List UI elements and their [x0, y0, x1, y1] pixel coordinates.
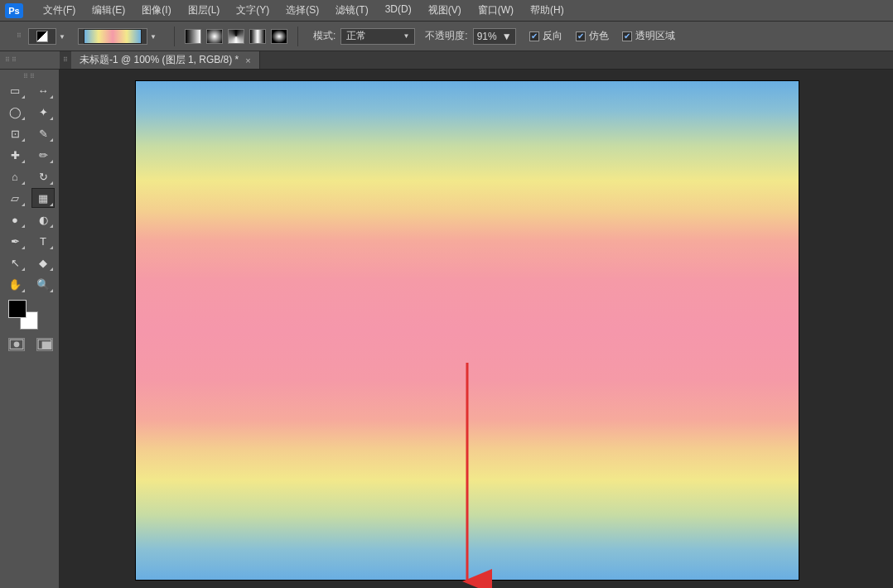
screenmode-button[interactable] [36, 338, 53, 351]
opacity-input[interactable]: 91% ▼ [473, 28, 516, 45]
checkmark-icon: ✔ [529, 31, 539, 41]
tool-wand[interactable]: ✦ [31, 102, 55, 122]
menu-item[interactable]: 选择(S) [278, 0, 327, 21]
dither-checkbox[interactable]: ✔ 仿色 [576, 29, 609, 43]
tool-brush[interactable]: ✏ [31, 145, 55, 165]
flyout-indicator-icon [22, 138, 25, 142]
tool-crop[interactable]: ⊡ [3, 123, 27, 143]
tool-shape[interactable]: ◆ [31, 253, 55, 272]
tool-lasso[interactable]: ◯ [3, 102, 27, 122]
grip-icon: ⠿ [15, 35, 23, 38]
flyout-indicator-icon [22, 224, 25, 228]
menu-item[interactable]: 文字(Y) [228, 0, 278, 21]
gradient-linear-button[interactable] [185, 29, 201, 44]
tool-type[interactable]: T [31, 231, 55, 251]
flyout-indicator-icon [50, 246, 53, 249]
blend-mode-select[interactable]: 正常 ▼ [340, 28, 415, 45]
flyout-indicator-icon [22, 117, 25, 120]
brush-icon: ✏ [39, 149, 48, 161]
wand-icon: ✦ [39, 106, 48, 118]
separator [174, 27, 175, 46]
heal-icon: ✚ [11, 149, 20, 161]
menu-item[interactable]: 编辑(E) [84, 0, 133, 21]
flyout-indicator-icon [22, 289, 25, 292]
flyout-indicator-icon [50, 181, 53, 185]
flyout-indicator-icon [22, 160, 25, 163]
tool-heal[interactable]: ✚ [3, 145, 27, 165]
svg-rect-3 [42, 342, 51, 349]
crop-icon: ⊡ [11, 128, 20, 140]
path-select-icon: ↖ [11, 257, 20, 269]
tool-dodge[interactable]: ◐ [31, 210, 55, 229]
tool-path-select[interactable]: ↖ [3, 253, 27, 272]
checkmark-icon: ✔ [576, 31, 586, 41]
reverse-checkbox[interactable]: ✔ 反向 [529, 29, 562, 43]
chevron-down-icon: ▼ [502, 31, 512, 42]
hand-icon: ✋ [8, 278, 22, 291]
menu-item[interactable]: 图像(I) [133, 0, 179, 21]
menu-items: 文件(F)编辑(E)图像(I)图层(L)文字(Y)选择(S)滤镜(T)3D(D)… [35, 0, 572, 21]
gradient-diamond-button[interactable] [271, 29, 287, 44]
blur-icon: ● [12, 214, 18, 226]
type-icon: T [40, 235, 46, 248]
menu-item[interactable]: 滤镜(T) [327, 0, 376, 21]
toolbox: ⠿⠿ ▭↔◯✦⊡✎✚✏⌂↻▱▦●◐✒T↖◆✋🔍 [0, 70, 60, 588]
gradient-picker[interactable]: ▼ [78, 28, 147, 45]
document-canvas[interactable] [136, 81, 799, 580]
gradient-preview-icon [84, 29, 142, 44]
tool-history-brush[interactable]: ↻ [31, 166, 55, 186]
menu-item[interactable]: 文件(F) [35, 0, 84, 21]
tool-preset-picker[interactable]: ▼ [28, 28, 56, 45]
tool-zoom[interactable]: 🔍 [31, 274, 55, 294]
grip-icon: ⠿ [60, 51, 71, 69]
menu-item[interactable]: 帮助(H) [522, 0, 572, 21]
tool-gradient[interactable]: ▦ [31, 188, 55, 208]
options-bar: ⠿ ▼ ▼ 模式: 正常 ▼ 不透明度: 91% ▼ ✔ 反向 ✔ 仿色 ✔ 透… [0, 22, 893, 51]
menu-item[interactable]: 视图(V) [420, 0, 470, 21]
close-icon[interactable]: × [245, 55, 250, 65]
document-tab-title: 未标题-1 @ 100% (图层 1, RGB/8) * [80, 53, 239, 67]
flyout-indicator-icon [22, 203, 25, 206]
tool-eraser[interactable]: ▱ [3, 188, 27, 208]
chevron-down-icon: ▼ [57, 29, 67, 46]
shape-icon: ◆ [39, 257, 47, 269]
quickmask-button[interactable] [8, 338, 25, 351]
transparency-checkbox[interactable]: ✔ 透明区域 [622, 29, 675, 43]
workspace[interactable] [60, 70, 893, 588]
tool-stamp[interactable]: ⌂ [3, 166, 27, 186]
gradient-angle-button[interactable] [228, 29, 244, 44]
foreground-color-swatch[interactable] [8, 300, 27, 318]
menu-item[interactable]: 3D(D) [377, 0, 420, 21]
tool-move[interactable]: ↔ [31, 80, 55, 100]
pen-icon: ✒ [11, 235, 20, 248]
document-tab-bar: ⠿ 未标题-1 @ 100% (图层 1, RGB/8) * × [0, 51, 893, 70]
flyout-indicator-icon [22, 95, 25, 99]
toolbox-grip-icon: ⠿⠿ [0, 51, 60, 70]
flyout-indicator-icon [50, 138, 53, 142]
menu-item[interactable]: 图层(L) [180, 0, 229, 21]
flyout-indicator-icon [50, 95, 53, 99]
svg-point-1 [14, 342, 20, 348]
document-tab[interactable]: 未标题-1 @ 100% (图层 1, RGB/8) * × [71, 51, 260, 69]
transparency-label: 透明区域 [635, 29, 675, 43]
zoom-icon: 🔍 [36, 278, 50, 291]
opacity-value: 91% [477, 31, 497, 42]
tool-blur[interactable]: ● [3, 210, 27, 229]
tool-marquee[interactable]: ▭ [3, 80, 27, 100]
marquee-icon: ▭ [10, 84, 20, 97]
flyout-indicator-icon [50, 117, 53, 120]
separator [297, 27, 298, 46]
reverse-label: 反向 [543, 29, 562, 43]
tool-eyedropper[interactable]: ✎ [31, 123, 55, 143]
tool-pen[interactable]: ✒ [3, 231, 27, 251]
dodge-icon: ◐ [39, 214, 48, 226]
menu-item[interactable]: 窗口(W) [470, 0, 522, 21]
fg-bg-mini-icon [36, 31, 48, 42]
flyout-indicator-icon [50, 224, 53, 228]
gradient-reflected-button[interactable] [249, 29, 266, 44]
eraser-icon: ▱ [11, 192, 19, 205]
checkmark-icon: ✔ [622, 31, 632, 41]
dither-label: 仿色 [589, 29, 609, 43]
tool-hand[interactable]: ✋ [3, 274, 27, 294]
gradient-radial-button[interactable] [206, 29, 223, 44]
